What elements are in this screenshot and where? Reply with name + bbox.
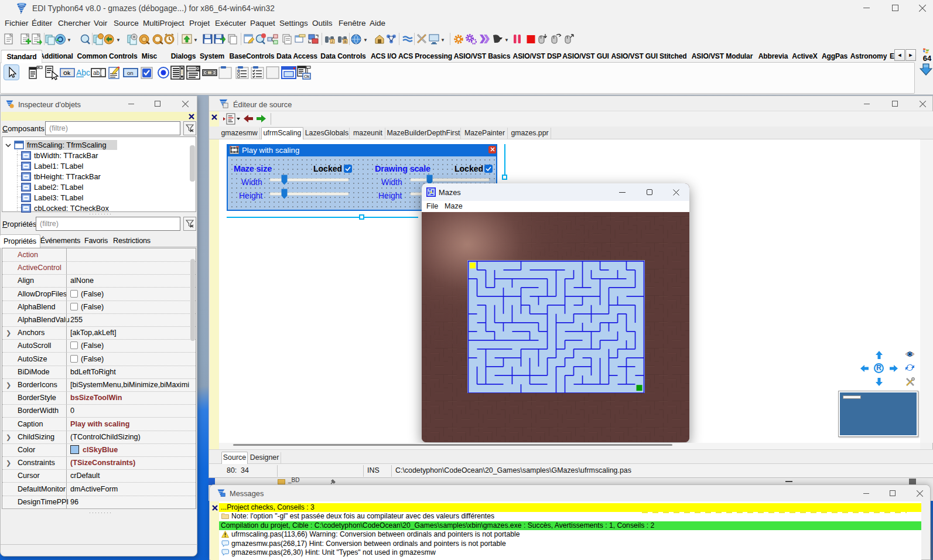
svg-text:Ok: Ok	[63, 70, 71, 76]
svg-text:Ok: Ok	[304, 74, 310, 79]
svg-text:J: J	[331, 40, 333, 43]
svg-text:ab: ab	[93, 70, 100, 76]
svg-text:B: B	[344, 40, 347, 43]
svg-text:on: on	[127, 70, 134, 76]
svg-text:Abc: Abc	[76, 68, 90, 77]
